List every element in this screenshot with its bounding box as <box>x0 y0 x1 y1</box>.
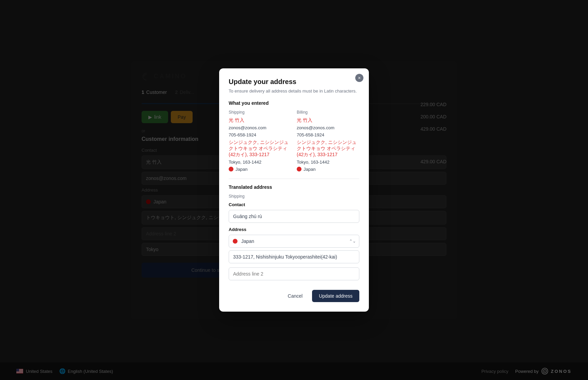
billing-flag-dot <box>297 167 301 171</box>
contact-name-input[interactable] <box>229 210 359 223</box>
shipping-country-name: Japan <box>235 167 247 172</box>
modal-close-button[interactable]: × <box>355 74 363 82</box>
billing-country-row: Japan <box>297 167 359 172</box>
billing-phone: 705-658-1924 <box>297 132 359 138</box>
shipping-flag-dot <box>229 167 233 171</box>
modal-subtitle: To ensure delivery all address details m… <box>229 88 359 94</box>
billing-non-latin-name: 光 竹入 <box>297 117 359 123</box>
address-line1-input[interactable] <box>229 250 359 263</box>
modal-close-icon: × <box>358 76 361 80</box>
shipping-non-latin-name: 光 竹入 <box>229 117 291 123</box>
country-select-dropdown[interactable]: Japan United States Canada <box>229 235 359 248</box>
billing-col-header: Billing <box>297 110 359 115</box>
shipping-country-row: Japan <box>229 167 291 172</box>
modal-title: Update your address <box>229 78 359 86</box>
divider <box>229 179 359 179</box>
update-label: Update address <box>319 293 353 299</box>
cancel-button[interactable]: Cancel <box>282 290 308 302</box>
update-address-modal: × Update your address To ensure delivery… <box>219 68 369 312</box>
country-select-wrapper: Japan United States Canada ⌃⌄ <box>229 235 359 248</box>
contact-section-label: Contact <box>229 202 359 207</box>
update-address-button[interactable]: Update address <box>312 290 359 302</box>
shipping-col-header: Shipping <box>229 110 291 115</box>
modal-footer: Cancel Update address <box>229 290 359 302</box>
translated-shipping-label: Shipping <box>229 194 359 199</box>
billing-column: Billing 光 竹入 zonos@zonos.com 705-658-192… <box>297 110 359 172</box>
billing-address-non-latin: シンジュクク, ニシシンジュクトウキョウ オペラシティ(42カイ), 333-1… <box>297 139 359 158</box>
billing-country-name: Japan <box>304 167 315 172</box>
shipping-column: Shipping 光 竹入 zonos@zonos.com 705-658-19… <box>229 110 291 172</box>
billing-email: zonos@zonos.com <box>297 125 359 131</box>
shipping-city-state: Tokyo, 163-1442 <box>229 159 291 165</box>
address-section-label: Address <box>229 227 359 232</box>
translated-address-label: Translated address <box>229 184 359 190</box>
address-columns: Shipping 光 竹入 zonos@zonos.com 705-658-19… <box>229 110 359 172</box>
what-you-entered-label: What you entered <box>229 100 359 106</box>
cancel-label: Cancel <box>288 293 303 299</box>
shipping-address-non-latin: シンジュクク, ニシシンジュクトウキョウ オペラシティ(42カイ), 333-1… <box>229 139 291 158</box>
shipping-phone: 705-658-1924 <box>229 132 291 138</box>
address-line2-input[interactable] <box>229 267 359 280</box>
shipping-email: zonos@zonos.com <box>229 125 291 131</box>
modal-overlay: × Update your address To ensure delivery… <box>0 0 588 380</box>
billing-city-state: Tokyo, 163-1442 <box>297 159 359 165</box>
